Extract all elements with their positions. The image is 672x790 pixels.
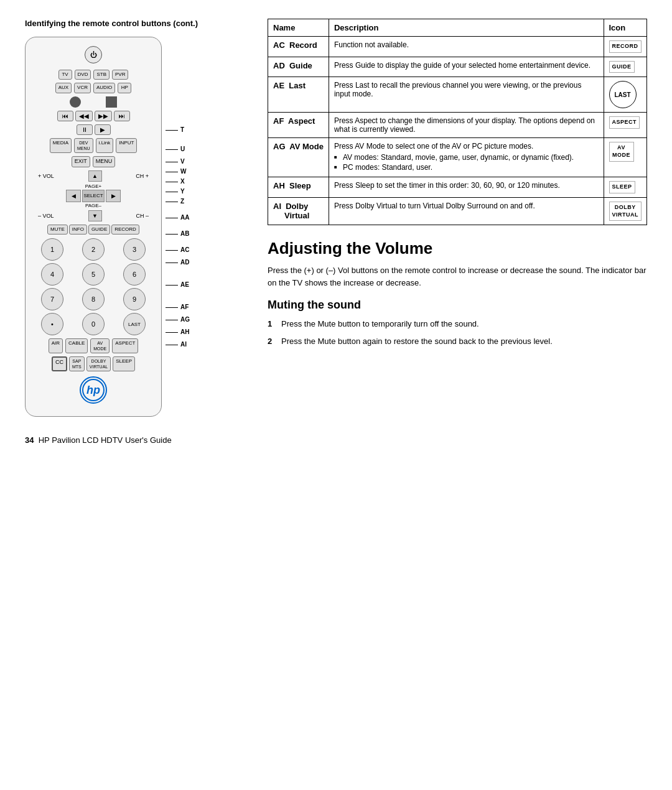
num-1-button[interactable]: 1 [41, 238, 63, 261]
down-button[interactable]: ▼ [88, 210, 102, 221]
dot-button[interactable]: • [41, 313, 63, 335]
aux-button[interactable]: AUX [55, 83, 72, 93]
av-modes-list: AV modes: Standard, movie, game, user, d… [334, 153, 599, 172]
icon-ah: SLEEP [604, 177, 647, 198]
select-button[interactable]: SELECT [82, 190, 105, 202]
label-X: X [166, 179, 190, 185]
cc-button[interactable]: CC [52, 356, 67, 371]
power-row: ⏻ [33, 46, 154, 63]
section-heading: Identifying the remote control buttons (… [25, 19, 249, 28]
side-labels-column: T U V W X Y [166, 37, 190, 348]
audio-button[interactable]: AUDIO [93, 83, 115, 93]
volume-description: Press the (+) or (–) Vol buttons on the … [268, 264, 647, 289]
sap-mts-button[interactable]: SAPMTS [69, 356, 85, 371]
dvd-button[interactable]: DVD [75, 70, 91, 80]
cable-button[interactable]: CABLE [65, 338, 88, 353]
vcr-button[interactable]: VCR [74, 83, 91, 93]
name-ac: AC Record [268, 37, 329, 57]
label-W: W [166, 169, 190, 175]
play-button[interactable]: ▶ [95, 124, 111, 135]
icon-ag: AVMODE [604, 138, 647, 177]
pvr-button[interactable]: PVR [112, 70, 128, 80]
num-0-button[interactable]: 0 [82, 313, 105, 335]
left-button[interactable]: ◀ [66, 190, 81, 202]
label-AG: AG [166, 317, 190, 323]
icon-ad: GUIDE [604, 57, 647, 77]
page-footer: 34 HP Pavilion LCD HDTV User's Guide [25, 435, 647, 445]
mute-row: MUTE INFO GUIDE RECORD [33, 225, 154, 235]
col-header-description: Description [329, 19, 604, 37]
num-7-button[interactable]: 7 [41, 288, 63, 310]
skip-back-button[interactable]: ⏮ [57, 111, 73, 121]
desc-ac: Function not available. [329, 37, 604, 57]
aspect-button[interactable]: ASPECT [112, 338, 138, 353]
fast-forward-button[interactable]: ▶▶ [95, 111, 112, 121]
av-mode-button[interactable]: AVMODE [90, 338, 110, 353]
ch-minus-label: CH – [136, 213, 149, 219]
num-3-button[interactable]: 3 [123, 238, 146, 261]
dolby-virtual-icon: DOLBYVIRTUAL [609, 202, 642, 221]
col-header-name: Name [268, 19, 329, 37]
table-row-ac: AC Record Function not available. RECORD [268, 37, 647, 57]
nav-area: + VOL ▲ CH + PAGE+ ◀ SELECT ▶ [33, 170, 154, 221]
bullet-av-modes: AV modes: Standard, movie, game, user, d… [334, 153, 599, 162]
mute-button[interactable]: MUTE [47, 225, 68, 235]
num-9-button[interactable]: 9 [123, 288, 146, 310]
hp-button[interactable]: HP [118, 83, 131, 93]
info-button[interactable]: INFO [69, 225, 87, 235]
step-1-text: Press the Mute button to temporarily tur… [281, 319, 479, 328]
rewind-button[interactable]: ◀◀ [75, 111, 93, 121]
table-row-ad: AD Guide Press Guide to display the guid… [268, 57, 647, 77]
name-ah: AH Sleep [268, 177, 329, 198]
power-button[interactable]: ⏻ [85, 46, 102, 63]
media-row: MEDIA DEVMENU i.Link INPUT [33, 138, 154, 153]
record-dot-button[interactable] [70, 96, 81, 108]
num-2-button[interactable]: 2 [82, 238, 105, 261]
num-4-button[interactable]: 4 [41, 263, 63, 286]
dolby-virtual-button[interactable]: DOLBYVIRTUAL [86, 356, 111, 371]
desc-ad: Press Guide to display the guide of your… [329, 57, 604, 77]
record-icon: RECORD [609, 40, 642, 53]
media-button[interactable]: MEDIA [50, 138, 72, 153]
name-ai: AI Dolby Virtual [268, 198, 329, 225]
label-AF: AF [166, 304, 190, 310]
table-row-ag: AG AV Mode Press AV Mode to select one o… [268, 138, 647, 177]
num-6-button[interactable]: 6 [123, 263, 146, 286]
pause-play-row: ⏸ ▶ [33, 124, 154, 135]
exit-button[interactable]: EXIT [72, 156, 90, 167]
vol-ch-minus-row: – VOL ▼ CH – [33, 210, 154, 221]
guide-icon: GUIDE [609, 61, 635, 73]
num-8-button[interactable]: 8 [82, 288, 105, 310]
skip-forward-button[interactable]: ⏭ [114, 111, 130, 121]
guide-button[interactable]: GUIDE [88, 225, 110, 235]
stop-button[interactable] [106, 96, 117, 108]
sleep-button[interactable]: SLEEP [113, 356, 135, 371]
up-button[interactable]: ▲ [88, 170, 102, 182]
icon-ai: DOLBYVIRTUAL [604, 198, 647, 225]
table-row-ai: AI Dolby Virtual Press Dolby Virtual to … [268, 198, 647, 225]
aspect-icon: ASPECT [609, 116, 640, 129]
label-AI: AI [166, 342, 190, 348]
dev-menu-button[interactable]: DEVMENU [74, 138, 93, 153]
desc-ae: Press Last to recall the previous channe… [329, 77, 604, 113]
ilink-button[interactable]: i.Link [96, 138, 114, 153]
pause-button[interactable]: ⏸ [77, 124, 93, 135]
page-plus-row: PAGE+ [33, 184, 154, 189]
num-5-button[interactable]: 5 [82, 263, 105, 286]
right-button[interactable]: ▶ [106, 190, 121, 202]
stb-button[interactable]: STB [93, 70, 110, 80]
volume-section-title: Adjusting the Volume [268, 239, 647, 258]
menu-button[interactable]: MENU [93, 156, 116, 167]
record-button[interactable]: RECORD [111, 225, 139, 235]
remote-with-labels: ⏻ TV DVD STB PVR AUX VCR AUDIO HP [25, 37, 249, 417]
label-Y: Y [166, 188, 190, 195]
label-AE: AE [166, 282, 190, 288]
select-row: ◀ SELECT ▶ [33, 190, 154, 202]
number-grid: 1 2 3 4 5 6 7 8 9 • 0 LAST [33, 238, 154, 335]
input-button[interactable]: INPUT [116, 138, 137, 153]
label-AA: AA [166, 215, 190, 221]
col-header-icon: Icon [604, 19, 647, 37]
last-button[interactable]: LAST [123, 313, 146, 335]
air-button[interactable]: AIR [49, 338, 63, 353]
tv-button[interactable]: TV [58, 70, 72, 80]
